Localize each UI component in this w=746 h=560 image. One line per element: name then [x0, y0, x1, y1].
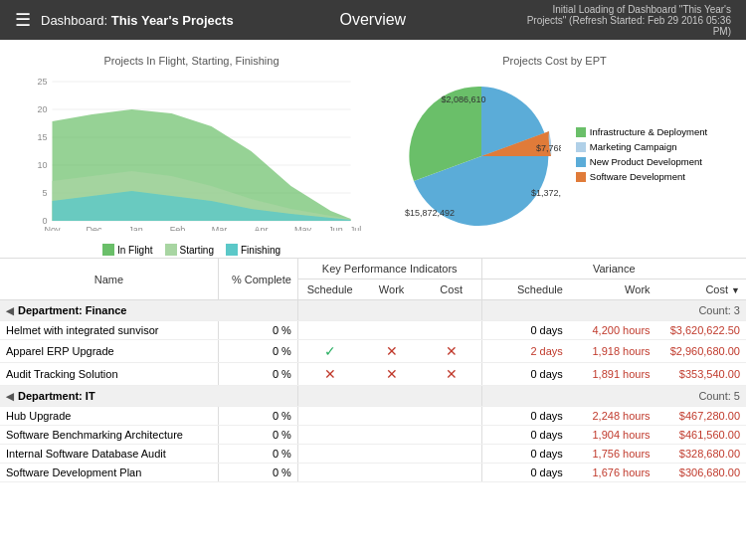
kpi-schedule — [297, 426, 361, 445]
kpi-work — [361, 321, 421, 340]
var-work: 1,918 hours — [569, 340, 656, 363]
projects-table: Name % Complete Key Performance Indicato… — [0, 259, 746, 482]
kpi-schedule — [297, 407, 361, 426]
x-icon: ✕ — [446, 343, 458, 359]
pie-chart-title: Projects Cost by EPT — [502, 55, 607, 67]
table-row[interactable]: Apparel ERP Upgrade 0 % ✓ ✕ ✕ 2 days 1,9… — [0, 340, 746, 363]
var-work: 1,891 hours — [569, 363, 656, 386]
svg-text:5: 5 — [42, 188, 47, 198]
svg-text:$7,768,960: $7,768,960 — [536, 143, 561, 153]
dept-row[interactable]: ◀Department: IT Count: 5 — [0, 386, 746, 407]
project-name: Hub Upgrade — [0, 407, 218, 426]
kpi-schedule — [297, 464, 361, 482]
var-schedule: 0 days — [481, 426, 569, 445]
kpi-work — [361, 407, 421, 426]
kpi-cost — [422, 407, 481, 426]
var-schedule: 0 days — [481, 445, 569, 464]
kpi-cost — [422, 464, 481, 482]
pct-complete: 0 % — [218, 321, 297, 340]
table-row[interactable]: Helmet with integrated sunvisor 0 % 0 da… — [0, 321, 746, 340]
svg-text:10: 10 — [37, 160, 47, 170]
col-header-kpi-work[interactable]: Work — [361, 280, 421, 300]
kpi-schedule — [297, 445, 361, 464]
x-icon: ✕ — [386, 366, 398, 382]
col-header-name: Name — [0, 259, 218, 300]
pie-chart-section: Projects Cost by EPT $2,086,610 $7,768,9… — [373, 50, 736, 248]
charts-area: Projects In Flight, Starting, Finishing … — [0, 40, 746, 259]
col-header-kpi-cost[interactable]: Cost — [422, 280, 481, 300]
col-header-var-schedule[interactable]: Schedule — [481, 280, 569, 300]
var-schedule: 0 days — [481, 321, 569, 340]
line-chart-section: Projects In Flight, Starting, Finishing … — [10, 50, 373, 248]
check-icon: ✓ — [324, 343, 336, 359]
dept-name: ◀Department: Finance — [0, 300, 297, 321]
table-row[interactable]: Software Development Plan 0 % 0 days 1,6… — [0, 464, 746, 482]
menu-icon[interactable]: ☰ — [15, 9, 31, 31]
var-schedule: 0 days — [481, 464, 569, 482]
kpi-work — [361, 464, 421, 482]
x-icon: ✕ — [324, 366, 336, 382]
table-row[interactable]: Software Benchmarking Architecture 0 % 0… — [0, 426, 746, 445]
kpi-cost: ✕ — [422, 340, 481, 363]
svg-text:Jun: Jun — [328, 225, 343, 231]
var-work: 4,200 hours — [569, 321, 656, 340]
x-icon: ✕ — [386, 343, 398, 359]
col-header-var-work[interactable]: Work — [569, 280, 656, 300]
var-cost: $353,540.00 — [656, 363, 746, 386]
col-header-var-cost[interactable]: Cost ▼ — [656, 280, 746, 300]
var-cost: $328,680.00 — [656, 445, 746, 464]
svg-text:20: 20 — [37, 104, 47, 114]
kpi-cost — [422, 426, 481, 445]
var-work: 2,248 hours — [569, 407, 656, 426]
pie-legend: Infrastructure & Deployment Marketing Ca… — [576, 126, 707, 186]
svg-text:Dec: Dec — [86, 225, 102, 231]
dept-name: ◀Department: IT — [0, 386, 297, 407]
dept-row[interactable]: ◀Department: Finance Count: 3 — [0, 300, 746, 321]
variance-group-header: Variance — [481, 259, 746, 280]
line-chart-title: Projects In Flight, Starting, Finishing — [15, 55, 368, 67]
project-name: Software Development Plan — [0, 464, 218, 482]
svg-text:$2,086,610: $2,086,610 — [441, 94, 485, 104]
var-cost: $467,280.00 — [656, 407, 746, 426]
project-name: Audit Tracking Solution — [0, 363, 218, 386]
var-cost: $3,620,622.50 — [656, 321, 746, 340]
col-header-pct: % Complete — [218, 259, 297, 300]
var-work: 1,676 hours — [569, 464, 656, 482]
pct-complete: 0 % — [218, 426, 297, 445]
pct-complete: 0 % — [218, 407, 297, 426]
table-row[interactable]: Hub Upgrade 0 % 0 days 2,248 hours $467,… — [0, 407, 746, 426]
kpi-work: ✕ — [361, 340, 421, 363]
kpi-schedule: ✕ — [297, 363, 361, 386]
var-work: 1,756 hours — [569, 445, 656, 464]
project-name: This Year's Projects — [111, 13, 234, 28]
project-name: Software Benchmarking Architecture — [0, 426, 218, 445]
pie-area: $2,086,610 $7,768,960 $1,372,440 $15,872… — [402, 77, 707, 236]
svg-text:Feb: Feb — [170, 225, 186, 231]
line-chart: 25 20 15 10 5 0 Nov Dec Jan Feb Mar Apr … — [15, 72, 368, 241]
pct-complete: 0 % — [218, 340, 297, 363]
var-cost: $306,680.00 — [656, 464, 746, 482]
pct-complete: 0 % — [218, 445, 297, 464]
table-row[interactable]: Audit Tracking Solution 0 % ✕ ✕ ✕ 0 days… — [0, 363, 746, 386]
kpi-work — [361, 445, 421, 464]
svg-text:Jul: Jul — [350, 225, 362, 231]
kpi-cost — [422, 321, 481, 340]
kpi-cost — [422, 445, 481, 464]
svg-text:Apr: Apr — [254, 225, 268, 231]
svg-text:25: 25 — [37, 77, 47, 87]
kpi-work: ✕ — [361, 363, 421, 386]
var-cost: $2,960,680.00 — [656, 340, 746, 363]
header: ☰ Dashboard: This Year's Projects Overvi… — [0, 0, 746, 40]
dashboard-title: Dashboard: This Year's Projects — [41, 13, 234, 28]
table-row[interactable]: Internal Software Database Audit 0 % 0 d… — [0, 445, 746, 464]
var-work: 1,904 hours — [569, 426, 656, 445]
kpi-cost: ✕ — [422, 363, 481, 386]
var-schedule: 2 days — [481, 340, 569, 363]
svg-text:$1,372,440: $1,372,440 — [531, 188, 561, 198]
project-name: Helmet with integrated sunvisor — [0, 321, 218, 340]
kpi-group-header: Key Performance Indicators — [297, 259, 481, 280]
col-header-kpi-schedule[interactable]: Schedule — [297, 280, 361, 300]
x-icon: ✕ — [446, 366, 458, 382]
var-schedule: 0 days — [481, 363, 569, 386]
table-area: Name % Complete Key Performance Indicato… — [0, 259, 746, 560]
